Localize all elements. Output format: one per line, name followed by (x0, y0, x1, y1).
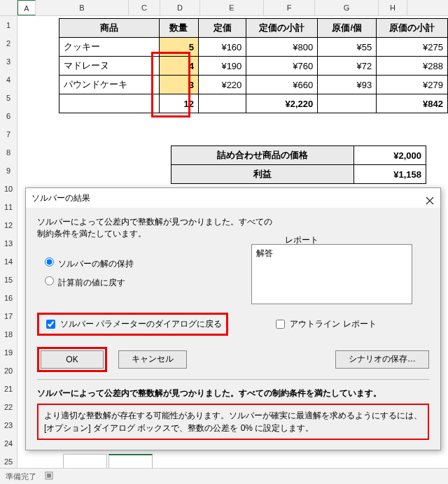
status-bar: 準備完了 (0, 468, 448, 484)
row-5[interactable]: 5 (0, 89, 18, 108)
total-sub: ¥2,220 (246, 94, 318, 113)
col-B[interactable]: B (36, 0, 129, 15)
row-9[interactable]: 9 (0, 162, 18, 180)
totals-row: 12 ¥2,220 ¥842 (59, 94, 448, 113)
row-11[interactable]: 11 (0, 198, 18, 217)
cell[interactable]: ¥660 (246, 76, 318, 94)
sum-val-price[interactable]: ¥2,000 (354, 146, 426, 165)
close-icon[interactable] (425, 193, 435, 203)
total-qty: 12 (159, 94, 198, 113)
hdr-subt: 定価の小計 (246, 19, 318, 38)
chk-outline-report[interactable]: アウトライン レポート (270, 316, 379, 332)
cell[interactable]: ¥190 (198, 57, 246, 76)
summary-table[interactable]: 詰め合わせ商品の価格 ¥2,000 利益 ¥1,158 (171, 145, 426, 184)
opt-restore-values[interactable]: 計算前の値に戻す (41, 274, 237, 289)
row-3[interactable]: 3 (0, 52, 18, 71)
report-listbox[interactable]: 解答 (251, 244, 412, 304)
column-headers: A B C D E F G H (0, 0, 448, 16)
hdr-qty: 数量 (159, 19, 198, 38)
solver-summary-bold: ソルバーによって公差内で整数解が見つかりました。すべての制約条件を満たしています… (37, 387, 429, 399)
row-2[interactable]: 2 (0, 34, 18, 53)
row-19[interactable]: 19 (0, 343, 18, 362)
cell[interactable]: ¥93 (318, 76, 377, 94)
dialog-title: ソルバーの結果 (31, 188, 90, 208)
col-G[interactable]: G (315, 0, 379, 15)
cell[interactable]: ¥275 (377, 38, 448, 57)
svg-rect-1 (47, 474, 51, 478)
row-24[interactable]: 24 (0, 434, 18, 453)
cell[interactable]: ¥220 (198, 76, 246, 94)
hdr-cost: 原価/個 (318, 19, 377, 38)
row-8[interactable]: 8 (0, 143, 18, 162)
sum-val-profit[interactable]: ¥1,158 (354, 165, 426, 184)
cell[interactable]: パウンドケーキ (59, 76, 160, 94)
report-item[interactable]: 解答 (256, 248, 407, 259)
cell[interactable]: ¥760 (246, 57, 318, 76)
table-row[interactable]: マドレーヌ 4 ¥190 ¥760 ¥72 ¥288 (59, 57, 448, 76)
total-csub: ¥842 (377, 94, 448, 113)
opt-keep-solution[interactable]: ソルバーの解の保持 (41, 255, 237, 270)
row-7[interactable]: 7 (0, 125, 18, 144)
sheet-tab-active[interactable] (108, 454, 153, 469)
cell[interactable]: ¥160 (198, 38, 246, 57)
report-label: レポート (285, 234, 318, 246)
table-row[interactable]: クッキー 5 ¥160 ¥800 ¥55 ¥275 (59, 38, 448, 57)
cell[interactable]: マドレーヌ (59, 57, 160, 76)
cell-qty[interactable]: 4 (159, 57, 198, 76)
row-23[interactable]: 23 (0, 416, 18, 435)
hdr-price: 定価 (198, 19, 246, 38)
sum-label-profit: 利益 (172, 165, 354, 184)
row-10[interactable]: 10 (0, 180, 18, 199)
cancel-button[interactable]: キャンセル (118, 350, 187, 369)
col-A[interactable]: A (18, 0, 36, 15)
cell[interactable]: ¥288 (377, 57, 448, 76)
sum-label-price: 詰め合わせ商品の価格 (172, 146, 354, 165)
row-20[interactable]: 20 (0, 362, 18, 380)
status-ready: 準備完了 (6, 471, 36, 482)
cell-qty[interactable]: 3 (159, 76, 198, 94)
solver-results-dialog: ソルバーの結果 ソルバーによって公差内で整数解が見つかりました。すべての制約条件… (25, 187, 441, 450)
row-22[interactable]: 22 (0, 398, 18, 417)
col-C[interactable]: C (129, 0, 160, 15)
row-12[interactable]: 12 (0, 216, 18, 235)
cell[interactable]: クッキー (59, 38, 160, 57)
cell[interactable]: ¥279 (377, 76, 448, 94)
solver-note: より適切な整数解が存在する可能性があります。ソルバーが確実に最適解を求めるように… (37, 404, 429, 440)
col-F[interactable]: F (264, 0, 315, 15)
sheet-tab[interactable] (63, 454, 107, 468)
col-H[interactable]: H (379, 0, 407, 15)
row-4[interactable]: 4 (0, 71, 18, 90)
cell[interactable]: ¥72 (318, 57, 377, 76)
row-6[interactable]: 6 (0, 107, 18, 126)
table-row[interactable]: パウンドケーキ 3 ¥220 ¥660 ¥93 ¥279 (59, 76, 448, 94)
cell[interactable]: ¥800 (246, 38, 318, 57)
row-17[interactable]: 17 (0, 307, 18, 326)
col-E[interactable]: E (200, 0, 264, 15)
product-table[interactable]: 商品 数量 定価 定価の小計 原価/個 原価の小計 クッキー 5 ¥160 ¥8… (59, 18, 448, 113)
hdr-product: 商品 (59, 19, 160, 38)
row-18[interactable]: 18 (0, 325, 18, 344)
hdr-csubt: 原価の小計 (377, 19, 448, 38)
save-scenario-button[interactable]: シナリオの保存… (335, 350, 429, 369)
row-14[interactable]: 14 (0, 252, 18, 271)
row-13[interactable]: 13 (0, 234, 18, 253)
cell-qty[interactable]: 5 (159, 38, 198, 57)
highlight-ok: OK (37, 347, 107, 372)
ok-button[interactable]: OK (41, 350, 104, 369)
col-D[interactable]: D (160, 0, 200, 15)
record-macro-icon[interactable] (45, 471, 53, 481)
row-1[interactable]: 1 (0, 16, 18, 35)
row-21[interactable]: 21 (0, 380, 18, 399)
sheet-tabs[interactable] (63, 453, 153, 469)
highlight-return-checkbox: ソルバー パラメーターのダイアログに戻る (37, 313, 228, 336)
chk-return-dialog[interactable]: ソルバー パラメーターのダイアログに戻る (41, 316, 225, 332)
solver-message: ソルバーによって公差内で整数解が見つかりました。すべての制約条件を満たしています… (37, 216, 429, 240)
row-15[interactable]: 15 (0, 271, 18, 290)
row-16[interactable]: 16 (0, 289, 18, 308)
cell[interactable]: ¥55 (318, 38, 377, 57)
